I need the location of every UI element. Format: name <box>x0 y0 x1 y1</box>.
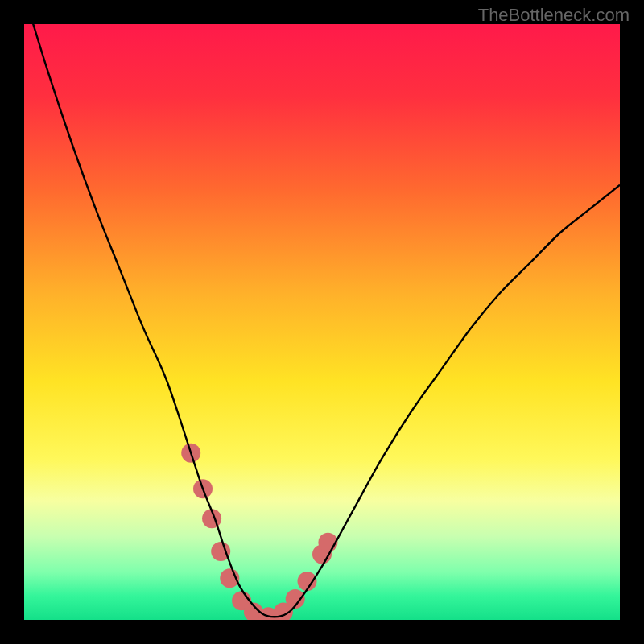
watermark-label: TheBottleneck.com <box>478 5 630 26</box>
bottleneck-curve-path <box>24 24 620 617</box>
chart-curve <box>24 24 620 620</box>
chart-plot-area <box>24 24 620 620</box>
